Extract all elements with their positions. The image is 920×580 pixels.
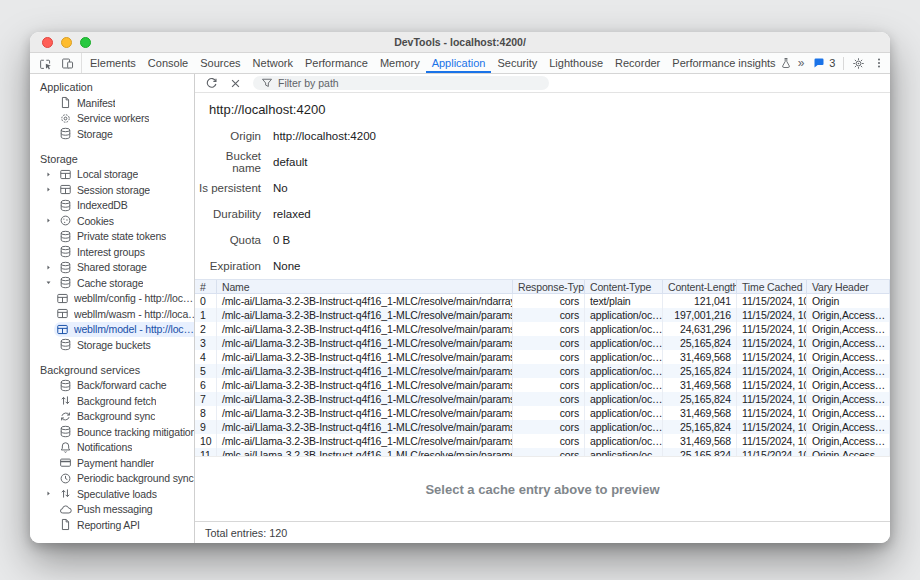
sidebar-item-back-forward-cache[interactable]: Back/forward cache <box>30 378 194 394</box>
table-icon <box>59 168 72 181</box>
sidebar-item-storage-buckets[interactable]: Storage buckets <box>30 337 194 353</box>
sidebar-item-payment-handler[interactable]: Payment handler <box>30 455 194 471</box>
service-worker-gear-icon <box>59 112 72 125</box>
table-icon <box>59 183 72 196</box>
cookie-icon <box>59 214 72 227</box>
status-bar: Total entries: 120 <box>195 521 890 543</box>
table-rows-viewport[interactable]: 0/mlc-ai/Llama-3.2-3B-Instruct-q4f16_1-M… <box>195 294 890 456</box>
delete-selected-button[interactable] <box>229 77 242 90</box>
sidebar-item-webllm-model[interactable]: webllm/model - http://loc… <box>54 322 194 338</box>
sidebar-item-cookies[interactable]: Cookies <box>30 213 194 229</box>
origin-title: http://localhost:4200 <box>195 93 890 118</box>
tab-memory[interactable]: Memory <box>374 53 426 73</box>
sidebar-item-reporting-api[interactable]: Reporting API <box>30 517 194 533</box>
sidebar-item-bounce-tracking-mitigations[interactable]: Bounce tracking mitigations <box>30 424 194 440</box>
table-row[interactable]: 3/mlc-ai/Llama-3.2-3B-Instruct-q4f16_1-M… <box>195 336 890 350</box>
table-icon <box>56 307 69 320</box>
tab-console[interactable]: Console <box>142 53 194 73</box>
meta-row-expiration: ExpirationNone <box>195 253 890 279</box>
sidebar-section-storage: Storage <box>30 151 194 167</box>
chevron-right-icon[interactable] <box>45 264 52 271</box>
sidebar-item-service-workers[interactable]: Service workers <box>30 111 194 127</box>
cache-entries-table: # Name Response-Type Content-Type Conten… <box>195 279 890 456</box>
chevron-right-icon[interactable] <box>45 490 52 497</box>
sidebar-item-storage[interactable]: Storage <box>30 126 194 142</box>
refresh-icon <box>205 77 218 90</box>
table-row[interactable]: 4/mlc-ai/Llama-3.2-3B-Instruct-q4f16_1-M… <box>195 350 890 364</box>
table-icon <box>56 292 69 305</box>
chevron-right-icon[interactable] <box>45 217 52 224</box>
flask-icon <box>780 57 792 69</box>
sidebar-item-background-fetch[interactable]: Background fetch <box>30 393 194 409</box>
document-icon <box>59 518 72 531</box>
sidebar-item-notifications[interactable]: Notifications <box>30 440 194 456</box>
sidebar-item-webllm-wasm[interactable]: webllm/wasm - http://loca… <box>30 306 194 322</box>
settings-gear-icon[interactable] <box>852 57 865 70</box>
table-row[interactable]: 11/mlc-ai/Llama-3.2-3B-Instruct-q4f16_1-… <box>195 448 890 456</box>
more-tabs-button[interactable]: » <box>798 56 806 70</box>
cache-metadata: Originhttp://localhost:4200 Bucket named… <box>195 123 890 279</box>
table-row[interactable]: 9/mlc-ai/Llama-3.2-3B-Instruct-q4f16_1-M… <box>195 420 890 434</box>
device-toolbar-icon[interactable] <box>61 57 74 70</box>
sidebar-item-indexeddb[interactable]: IndexedDB <box>30 198 194 214</box>
sidebar-item-background-sync[interactable]: Background sync <box>30 409 194 425</box>
column-header-vary-header[interactable]: Vary Header <box>807 280 890 293</box>
tab-sources[interactable]: Sources <box>194 53 246 73</box>
filter-input[interactable] <box>278 77 541 89</box>
database-icon <box>59 276 72 289</box>
kebab-menu-icon[interactable] <box>873 57 885 69</box>
column-header-index[interactable]: # <box>195 280 217 293</box>
close-icon <box>229 77 242 90</box>
tab-elements[interactable]: Elements <box>84 53 142 73</box>
column-header-content-length[interactable]: Content-Length <box>663 280 737 293</box>
table-icon <box>56 323 69 336</box>
sidebar-item-private-state-tokens[interactable]: Private state tokens <box>30 229 194 245</box>
tab-network[interactable]: Network <box>247 53 299 73</box>
table-row[interactable]: 7/mlc-ai/Llama-3.2-3B-Instruct-q4f16_1-M… <box>195 392 890 406</box>
sidebar-item-local-storage[interactable]: Local storage <box>30 167 194 183</box>
refresh-button[interactable] <box>205 77 218 90</box>
table-row[interactable]: 6/mlc-ai/Llama-3.2-3B-Instruct-q4f16_1-M… <box>195 378 890 392</box>
tab-lighthouse[interactable]: Lighthouse <box>543 53 609 73</box>
table-header-row: # Name Response-Type Content-Type Conten… <box>195 279 890 294</box>
sidebar-section-application: Application <box>30 79 194 95</box>
filter-field[interactable] <box>253 76 549 90</box>
issues-button[interactable]: 3 <box>813 57 835 69</box>
table-row[interactable]: 5/mlc-ai/Llama-3.2-3B-Instruct-q4f16_1-M… <box>195 364 890 378</box>
table-row[interactable]: 2/mlc-ai/Llama-3.2-3B-Instruct-q4f16_1-M… <box>195 322 890 336</box>
sidebar-item-push-messaging[interactable]: Push messaging <box>30 502 194 518</box>
up-down-arrows-icon <box>59 394 72 407</box>
total-entries-label: Total entries: 120 <box>205 527 287 539</box>
chevron-right-icon[interactable] <box>45 171 52 178</box>
tab-performance[interactable]: Performance <box>299 53 374 73</box>
funnel-icon <box>261 77 273 89</box>
database-icon <box>59 127 72 140</box>
tab-security[interactable]: Security <box>491 53 543 73</box>
issues-bubble-icon <box>813 57 825 69</box>
column-header-time-cached[interactable]: Time Cached <box>737 280 807 293</box>
clock-icon <box>59 472 72 485</box>
table-row[interactable]: 0/mlc-ai/Llama-3.2-3B-Instruct-q4f16_1-M… <box>195 294 890 308</box>
tab-recorder[interactable]: Recorder <box>609 53 666 73</box>
table-row[interactable]: 8/mlc-ai/Llama-3.2-3B-Instruct-q4f16_1-M… <box>195 406 890 420</box>
meta-row-durability: Durabilityrelaxed <box>195 201 890 227</box>
inspect-cursor-icon[interactable] <box>39 57 52 70</box>
sidebar-item-cache-storage[interactable]: Cache storage <box>30 275 194 291</box>
sidebar-item-interest-groups[interactable]: Interest groups <box>30 244 194 260</box>
column-header-content-type[interactable]: Content-Type <box>585 280 663 293</box>
tab-performance-insights[interactable]: Performance insights <box>666 53 797 73</box>
chevron-down-icon[interactable] <box>45 279 52 286</box>
sidebar-item-session-storage[interactable]: Session storage <box>30 182 194 198</box>
sidebar-item-shared-storage[interactable]: Shared storage <box>30 260 194 276</box>
sidebar-item-speculative-loads[interactable]: Speculative loads <box>30 486 194 502</box>
sidebar-item-manifest[interactable]: Manifest <box>30 95 194 111</box>
table-row[interactable]: 10/mlc-ai/Llama-3.2-3B-Instruct-q4f16_1-… <box>195 434 890 448</box>
sidebar-item-webllm-config[interactable]: webllm/config - http://loc… <box>30 291 194 307</box>
chevron-right-icon[interactable] <box>45 186 52 193</box>
column-header-response-type[interactable]: Response-Type <box>513 280 585 293</box>
sidebar-item-periodic-background-sync[interactable]: Periodic background sync <box>30 471 194 487</box>
table-row[interactable]: 1/mlc-ai/Llama-3.2-3B-Instruct-q4f16_1-M… <box>195 308 890 322</box>
tab-application[interactable]: Application <box>426 53 492 73</box>
column-header-name[interactable]: Name <box>217 280 513 293</box>
divider <box>843 57 844 70</box>
